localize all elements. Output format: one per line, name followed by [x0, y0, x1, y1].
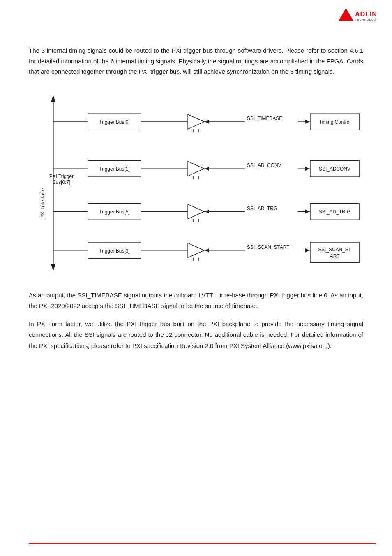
trigger-bus-5-label: Trigger Bus[5]: [99, 209, 129, 215]
ssi-scan-st-label1: SSI_SCAN_ST: [318, 246, 351, 252]
footer-line: [29, 543, 376, 544]
svg-marker-21: [205, 167, 209, 171]
ssi-scan-start-label: SSI_SCAN_START: [247, 244, 289, 250]
svg-marker-23: [305, 167, 309, 171]
buffer-1: [188, 161, 204, 176]
ssi-adconv-label: SSI_ADCONV: [319, 166, 350, 172]
svg-marker-0: [339, 8, 353, 21]
svg-marker-37: [305, 248, 309, 252]
body-text: As an output, the SSI_TIMEBASE signal ou…: [29, 290, 363, 351]
ssi-ad-trig-label: SSI_AD_TRIG: [319, 209, 350, 215]
ssi-scan-st-label2: ART: [330, 253, 340, 259]
trigger-bus-0-label: Trigger Bus[0]: [99, 119, 129, 125]
svg-text:ADLINK: ADLINK: [355, 11, 376, 18]
ssi-timebase-label: SSI_TIMEBASE: [247, 116, 282, 121]
ssi-ad-conv-label: SSI_AD_CONV: [247, 162, 281, 168]
pxi-trigger-bus-label2: Bus[0:7]: [53, 179, 71, 185]
adlink-logo: ADLINK TECHNOLOGY INC.: [339, 8, 376, 31]
svg-marker-4: [51, 95, 56, 102]
svg-marker-14: [205, 120, 209, 124]
ssi-ad-trg-label: SSI_AD_TRG: [247, 205, 277, 211]
body-paragraph-2: In PXI form factor, we utilize the PXI t…: [29, 319, 363, 351]
buffer-3: [188, 243, 204, 257]
svg-marker-5: [51, 264, 56, 271]
page: ADLINK TECHNOLOGY INC. The 3 internal ti…: [0, 0, 392, 556]
pxi-interface-label: PXI Interface: [39, 188, 46, 219]
timing-diagram: PXI Interface PXI Trigger Bus[0:7] Trigg…: [29, 88, 363, 278]
svg-marker-28: [205, 209, 209, 213]
logo-area: ADLINK TECHNOLOGY INC.: [339, 8, 376, 31]
intro-text: The 3 internal timing signals could be r…: [29, 47, 363, 75]
timing-control-label: Timing Control: [319, 119, 350, 125]
buffer-5: [188, 204, 204, 219]
intro-paragraph: The 3 internal timing signals could be r…: [29, 45, 363, 77]
trigger-bus-1-label: Trigger Bus[1]: [99, 166, 129, 172]
svg-text:TECHNOLOGY INC.: TECHNOLOGY INC.: [355, 18, 376, 21]
body-paragraph-1: As an output, the SSI_TIMEBASE signal ou…: [29, 290, 363, 312]
trigger-bus-3-label: Trigger Bus[3]: [99, 248, 129, 253]
diagram-area: PXI Interface PXI Trigger Bus[0:7] Trigg…: [29, 88, 363, 278]
svg-marker-16: [305, 120, 309, 124]
buffer-0: [188, 114, 204, 129]
pxi-trigger-bus-label1: PXI Trigger: [49, 174, 74, 179]
svg-marker-35: [205, 248, 209, 252]
svg-marker-30: [305, 209, 309, 213]
